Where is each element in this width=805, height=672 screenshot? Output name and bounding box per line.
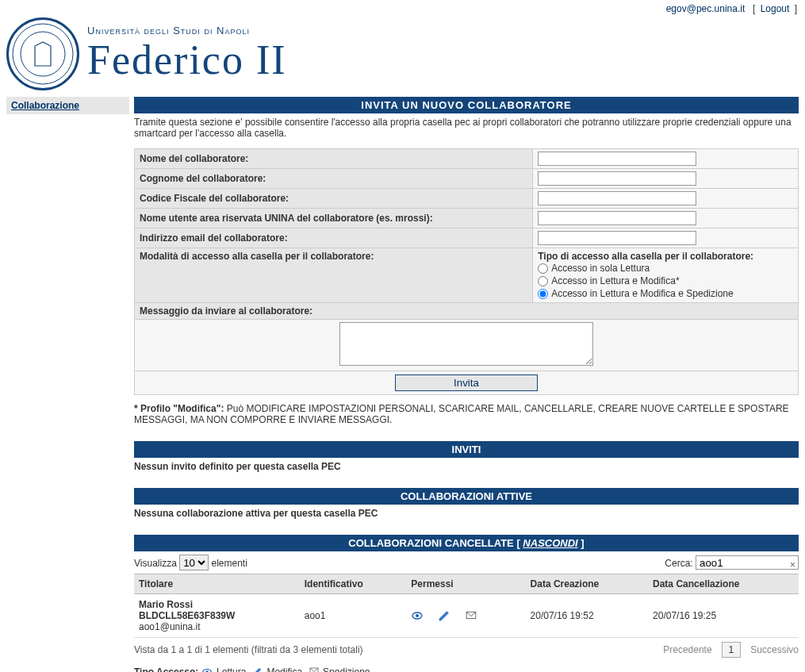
pencil-icon — [251, 666, 264, 672]
radio-modifica-label: Accesso in Lettura e Modifica* — [551, 275, 679, 286]
th-creazione[interactable]: Data Creazione — [526, 574, 648, 594]
section-title-cancellate: COLLABORAZIONI CANCELLATE [ NASCONDI ] — [134, 535, 799, 551]
cognome-input[interactable] — [538, 171, 696, 186]
clear-search-icon[interactable]: × — [790, 559, 795, 570]
section-title-inviti: INVITI — [134, 441, 799, 458]
section-title-attive: COLLABORAZIONI ATTIVE — [134, 488, 799, 505]
label-email: Indirizzo email del collaboratore: — [135, 228, 533, 248]
messaggio-textarea[interactable] — [339, 322, 593, 366]
university-subtitle: Università degli Studi di Napoli — [87, 25, 287, 36]
email-input[interactable] — [538, 231, 696, 245]
th-cancellazione[interactable]: Data Cancellazione — [648, 574, 799, 594]
eye-icon — [411, 609, 424, 622]
invita-button[interactable]: Invita — [395, 374, 538, 391]
row-cancellazione: 20/07/16 19:25 — [648, 594, 799, 638]
university-title: Federico II — [87, 36, 287, 83]
svg-point-1 — [21, 32, 65, 76]
visualizza-label: Visualizza — [134, 558, 177, 569]
table-footer-info: Vista da 1 a 1 di 1 elementi (filtrati d… — [134, 638, 363, 662]
svg-point-3 — [416, 614, 419, 617]
label-cognome: Cognome del collaboratore: — [135, 169, 533, 189]
username-input[interactable] — [538, 211, 696, 225]
university-seal-icon — [6, 17, 79, 90]
radio-spedizione[interactable] — [538, 289, 548, 299]
th-identificativo[interactable]: Identificativo — [300, 574, 407, 594]
row-identificativo: aoo1 — [300, 594, 407, 638]
topbar-email[interactable]: egov@pec.unina.it — [666, 3, 746, 14]
elementi-label: elementi — [212, 558, 247, 569]
radio-modifica[interactable] — [538, 276, 548, 286]
cerca-label: Cerca: — [665, 558, 692, 569]
pager-precedente[interactable]: Precedente — [663, 644, 711, 655]
sidebar-item-label[interactable]: Collaborazione — [11, 100, 79, 111]
header: Università degli Studi di Napoli Federic… — [0, 17, 805, 97]
inviti-msg: Nessun invito definito per questa casell… — [134, 458, 799, 480]
label-nome: Nome del collaboratore: — [135, 149, 533, 169]
envelope-icon — [308, 666, 320, 672]
row-titolare-name: Mario Rossi — [139, 599, 295, 610]
radio-spedizione-label: Accesso in Lettura e Modifica e Spedizio… — [551, 288, 733, 299]
label-modalita: Modalità di accesso alla casella per il … — [135, 248, 533, 303]
visualizza-select[interactable]: 10 — [179, 555, 209, 570]
nome-input[interactable] — [538, 152, 696, 166]
row-titolare-email: aoo1@unina.it — [139, 621, 295, 632]
pager-page[interactable]: 1 — [722, 642, 742, 658]
table-row: Mario Rossi BLDCLL58E63F839W aoo1@unina.… — [134, 594, 799, 638]
radio-lettura[interactable] — [538, 263, 548, 274]
search-input[interactable] — [696, 555, 799, 570]
logout-link[interactable]: Logout — [761, 3, 790, 14]
attive-msg: Nessuna collaborazione attiva per questa… — [134, 505, 799, 527]
modifica-note: * Profilo "Modifica": Può MODIFICARE IMP… — [134, 395, 799, 433]
eye-icon — [201, 666, 214, 672]
intro-text: Tramite questa sezione e' possibile cons… — [134, 113, 799, 148]
nascondi-link[interactable]: NASCONDI — [523, 537, 577, 549]
th-permessi[interactable]: Permessi — [406, 574, 525, 594]
envelope-icon — [465, 609, 477, 622]
th-titolare[interactable]: Titolare — [134, 574, 300, 594]
pencil-icon — [438, 609, 450, 622]
label-cf: Codice Fiscale del collaboratore: — [135, 189, 533, 209]
row-titolare-cf: BLDCLL58E63F839W — [139, 610, 295, 621]
radio-lettura-label: Accesso in sola Lettura — [551, 263, 650, 274]
sidebar-item-collaborazione[interactable]: Collaborazione — [6, 97, 129, 114]
legend: Tipo Accesso: Lettura, Modifica, Spedizi… — [134, 662, 799, 672]
cf-input[interactable] — [538, 191, 696, 205]
label-username: Nome utente area riservata UNINA del col… — [135, 209, 533, 228]
row-creazione: 20/07/16 19:52 — [526, 594, 648, 638]
pager-successivo[interactable]: Successivo — [750, 644, 799, 655]
label-messaggio: Messaggio da inviare al collaboratore: — [135, 303, 799, 320]
label-tipo: Tipo di accesso alla casella per il coll… — [538, 251, 793, 262]
section-title-invita: INVITA UN NUOVO COLLABORATORE — [134, 97, 799, 113]
svg-point-0 — [13, 24, 73, 84]
